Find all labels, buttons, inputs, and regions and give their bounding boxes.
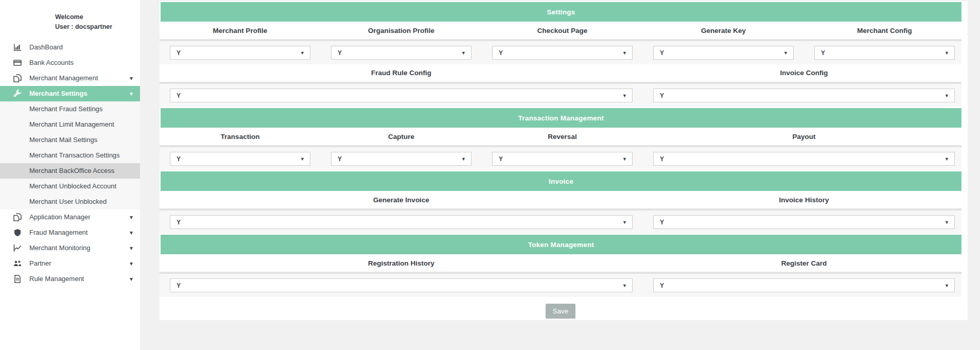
field-label: Invoice Config — [653, 69, 955, 77]
chevron-down-icon: ▾ — [130, 245, 133, 251]
sidebar-item-label: Application Manager — [29, 213, 130, 221]
dropdown-caret-icon: ▼ — [944, 156, 949, 162]
field-label: Merchant Config — [814, 27, 955, 35]
transaction-header-row: Transaction Capture Reversal Payout — [160, 129, 961, 145]
field-label: Reversal — [492, 133, 633, 141]
field-label: Register Card — [653, 259, 955, 268]
sidebar-item-label: Fraud Management — [29, 229, 130, 236]
sidebar-item-label: Merchant Management — [29, 74, 130, 82]
checkout-page-select[interactable]: Y ▼ — [492, 46, 633, 60]
field-label: Generate Key — [653, 27, 794, 35]
merchant-profile-select[interactable]: Y ▼ — [170, 46, 310, 60]
field-label: Transaction — [170, 133, 310, 141]
sidebar-item-merchant-monitoring[interactable]: Merchant Monitoring ▾ — [0, 240, 140, 256]
token-select-row: Y ▼ Y ▼ — [160, 274, 961, 297]
sidebar-subitem-merchant-unblocked-account[interactable]: Merchant Unblocked Account — [0, 179, 140, 194]
sidebar-item-bank-accounts[interactable]: Bank Accounts — [0, 55, 140, 71]
invoice-history-select[interactable]: Y ▼ — [653, 215, 955, 229]
dropdown-caret-icon: ▼ — [461, 156, 466, 162]
capture-select[interactable]: Y ▼ — [331, 152, 471, 166]
section-title: Transaction Management — [518, 114, 604, 122]
dropdown-caret-icon: ▼ — [783, 50, 788, 56]
welcome-text: Welcome — [55, 12, 135, 22]
welcome-block: Welcome User : docspartner — [0, 0, 140, 32]
sidebar-item-merchant-settings[interactable]: Merchant Settings ▾ — [0, 86, 140, 101]
field-label: Generate Invoice — [170, 196, 633, 204]
section-title: Invoice — [549, 178, 573, 185]
dropdown-caret-icon: ▼ — [622, 93, 627, 98]
sidebar-item-merchant-management[interactable]: Merchant Management ▾ — [0, 71, 140, 86]
sidebar-subitem-merchant-limit-management[interactable]: Merchant Limit Management — [0, 117, 140, 132]
chevron-down-icon: ▾ — [130, 75, 133, 81]
chevron-down-icon: ▾ — [130, 91, 133, 97]
sidebar-subitem-merchant-user-unblocked[interactable]: Merchant User Unblocked — [0, 194, 140, 209]
transaction-select[interactable]: Y ▼ — [170, 152, 310, 166]
merchant-config-select[interactable]: Y ▼ — [814, 46, 955, 60]
settings-header-row: Merchant Profile Organisation Profile Ch… — [160, 23, 961, 39]
section-title: Token Management — [528, 241, 594, 249]
partner-icon — [13, 259, 23, 268]
sidebar-subitem-label: Merchant Unblocked Account — [29, 182, 116, 190]
merchant-settings-submenu: Merchant Fraud Settings Merchant Limit M… — [0, 101, 140, 209]
generate-invoice-select[interactable]: Y ▼ — [170, 215, 633, 229]
payout-select[interactable]: Y ▼ — [653, 152, 955, 166]
field-label: Organisation Profile — [331, 27, 471, 35]
sidebar-item-rule-management[interactable]: Rule Management ▾ — [0, 271, 140, 287]
register-card-select[interactable]: Y ▼ — [653, 278, 955, 292]
fraud-rule-config-select[interactable]: Y ▼ — [170, 89, 633, 102]
section-header-settings: Settings — [161, 2, 961, 22]
sidebar-menu: DashBoard Bank Accounts Merchant Managem… — [0, 40, 140, 287]
sidebar-subitem-merchant-backoffice-access[interactable]: Merchant BackOffice Access — [0, 163, 140, 179]
sidebar-item-fraud-management[interactable]: Fraud Management ▾ — [0, 225, 140, 240]
sidebar-subitem-merchant-transaction-settings[interactable]: Merchant Transaction Settings — [0, 148, 140, 163]
field-label: Fraud Rule Config — [170, 69, 633, 77]
sidebar-subitem-label: Merchant User Unblocked — [29, 198, 107, 205]
wrench-icon — [13, 90, 23, 98]
monitoring-icon — [13, 244, 23, 252]
transaction-select-row: Y ▼ Y ▼ Y ▼ Y ▼ — [160, 147, 961, 170]
dropdown-caret-icon: ▼ — [944, 50, 949, 56]
section-header-transaction-management: Transaction Management — [161, 108, 961, 128]
welcome-user: User : docspartner — [55, 22, 135, 32]
field-label: Payout — [653, 133, 955, 141]
shield-icon — [13, 229, 23, 237]
dashboard-icon — [13, 43, 23, 51]
section-header-token-management: Token Management — [161, 235, 961, 254]
field-label: Merchant Profile — [170, 27, 310, 35]
save-row: Save — [160, 304, 961, 319]
sidebar-subitem-label: Merchant BackOffice Access — [29, 167, 114, 174]
section-header-invoice: Invoice — [161, 171, 961, 191]
dropdown-caret-icon: ▼ — [622, 220, 627, 225]
chevron-down-icon: ▾ — [130, 214, 133, 220]
merchant-backoffice-access-panel: Settings Merchant Profile Organisation P… — [160, 1, 968, 320]
settings-header-row-2: Fraud Rule Config Invoice Config — [160, 64, 961, 82]
save-button[interactable]: Save — [546, 304, 575, 319]
dropdown-caret-icon: ▼ — [300, 50, 305, 56]
dropdown-caret-icon: ▼ — [944, 220, 949, 225]
sidebar-item-label: Merchant Settings — [29, 90, 130, 97]
rule-management-icon — [13, 275, 23, 283]
token-header-row: Registration History Register Card — [160, 255, 961, 272]
sidebar-item-application-manager[interactable]: Application Manager ▾ — [0, 209, 140, 225]
merchant-management-icon — [13, 74, 23, 82]
sidebar-subitem-merchant-mail-settings[interactable]: Merchant Mail Settings — [0, 132, 140, 148]
organisation-profile-select[interactable]: Y ▼ — [331, 46, 471, 60]
settings-select-row: Y ▼ Y ▼ Y ▼ Y ▼ Y ▼ — [160, 41, 961, 64]
field-label: Capture — [331, 133, 471, 141]
chevron-down-icon: ▾ — [130, 260, 133, 267]
sidebar-item-label: Partner — [29, 259, 130, 267]
sidebar-subitem-label: Merchant Limit Management — [29, 120, 114, 128]
sidebar-item-label: DashBoard — [29, 43, 133, 51]
reversal-select[interactable]: Y ▼ — [492, 152, 633, 166]
sidebar: Welcome User : docspartner DashBoard Ban… — [0, 0, 140, 350]
generate-key-select[interactable]: Y ▼ — [653, 46, 794, 60]
sidebar-subitem-merchant-fraud-settings[interactable]: Merchant Fraud Settings — [0, 101, 140, 117]
sidebar-item-label: Rule Management — [29, 275, 130, 283]
sidebar-item-partner[interactable]: Partner ▾ — [0, 256, 140, 271]
sidebar-item-dashboard[interactable]: DashBoard — [0, 40, 140, 55]
dropdown-caret-icon: ▼ — [300, 156, 305, 162]
dropdown-caret-icon: ▼ — [461, 50, 466, 56]
invoice-config-select[interactable]: Y ▼ — [653, 89, 955, 102]
registration-history-select[interactable]: Y ▼ — [170, 278, 633, 292]
sidebar-subitem-label: Merchant Mail Settings — [29, 136, 97, 144]
